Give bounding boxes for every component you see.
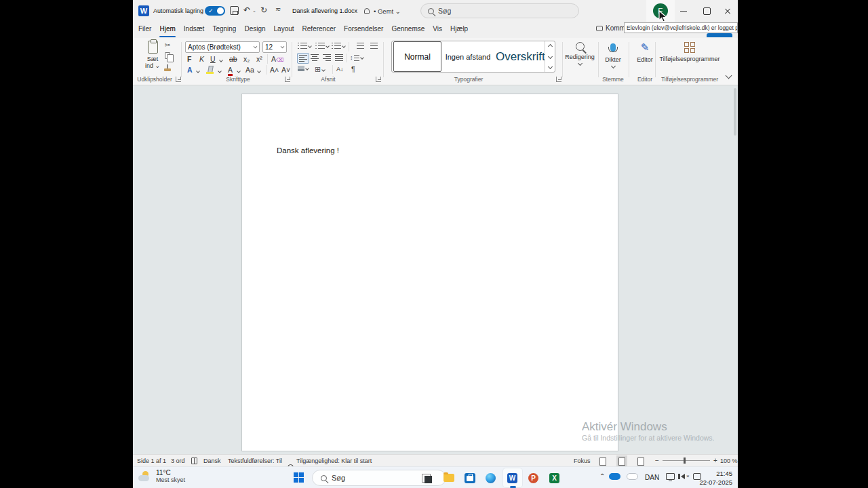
file-explorer-icon[interactable] xyxy=(442,471,456,485)
save-icon[interactable] xyxy=(230,6,239,15)
shading-icon[interactable] xyxy=(298,66,309,71)
tab-tegning[interactable]: Tegning xyxy=(208,22,240,38)
tab-gennemse[interactable]: Gennemse xyxy=(387,22,429,38)
text-effects-button[interactable]: A xyxy=(187,66,193,74)
zoom-out-icon[interactable]: − xyxy=(655,457,659,464)
sort-icon[interactable]: A↓ xyxy=(336,66,344,73)
font-color-dropdown-icon[interactable] xyxy=(237,69,241,73)
text-effects-dropdown-icon[interactable] xyxy=(196,69,200,73)
word-count[interactable]: 3 ord xyxy=(171,458,185,464)
underline-button[interactable]: U xyxy=(210,55,216,63)
zoom-level[interactable]: 100 % xyxy=(720,458,738,464)
document-title[interactable]: Dansk aflevering 1.docx xyxy=(292,7,357,14)
language-status[interactable]: Dansk xyxy=(203,458,221,464)
align-center-button[interactable] xyxy=(311,54,319,61)
font-dialog-launcher-icon[interactable] xyxy=(285,77,290,82)
accessibility-status[interactable]: Tilgængelighed: Klar til start xyxy=(296,458,372,464)
borders-icon[interactable]: ⊞ xyxy=(315,65,325,74)
tab-indsaet[interactable]: Indsæt xyxy=(180,22,209,38)
document-text[interactable]: Dansk aflevering ! xyxy=(277,146,339,155)
quick-access-menu-icon[interactable]: ≂ xyxy=(275,5,281,13)
edge-icon[interactable] xyxy=(484,471,498,485)
styles-down-icon[interactable] xyxy=(547,54,552,59)
underline-dropdown-icon[interactable] xyxy=(219,58,223,62)
tab-design[interactable]: Design xyxy=(240,22,269,38)
shrink-font-button[interactable]: A˅ xyxy=(281,66,290,74)
web-layout-icon[interactable] xyxy=(637,458,644,466)
display-icon[interactable] xyxy=(666,473,675,480)
tab-vis[interactable]: Vis xyxy=(429,22,446,38)
zoom-slider-track[interactable] xyxy=(663,460,710,461)
highlight-dropdown-icon[interactable] xyxy=(218,69,222,73)
maximize-button[interactable] xyxy=(696,0,717,22)
tab-forsendelser[interactable]: Forsendelser xyxy=(340,22,387,38)
change-case-dropdown-icon[interactable] xyxy=(257,69,261,73)
onedrive-icon[interactable] xyxy=(609,473,620,480)
italic-button[interactable]: K xyxy=(199,55,204,63)
align-left-button[interactable] xyxy=(297,53,309,64)
dictate-button[interactable]: Dikter xyxy=(599,42,627,68)
style-overskrift[interactable]: Overskrift xyxy=(494,41,545,72)
print-layout-icon[interactable] xyxy=(618,458,625,466)
microsoft-store-icon[interactable] xyxy=(463,471,477,485)
font-color-button[interactable]: A xyxy=(228,66,233,76)
justify-button[interactable] xyxy=(335,54,343,61)
subscript-button[interactable]: x₂ xyxy=(243,55,250,63)
proofing-icon[interactable] xyxy=(191,458,197,464)
styles-more-icon[interactable] xyxy=(547,64,552,69)
tab-referencer[interactable]: Referencer xyxy=(298,22,340,38)
decrease-indent-icon[interactable] xyxy=(357,43,364,49)
cloud-icon[interactable] xyxy=(627,473,638,480)
tab-filer[interactable]: Filer xyxy=(134,22,155,38)
speaker-icon[interactable] xyxy=(681,474,685,479)
weather-widget[interactable]: 11°C Mest skyet xyxy=(138,469,185,483)
collapse-ribbon-icon[interactable] xyxy=(726,73,732,79)
grow-font-button[interactable]: A˄ xyxy=(270,66,279,74)
excel-taskbar-icon[interactable]: X xyxy=(548,471,561,485)
share-button[interactable] xyxy=(707,33,732,37)
vertical-scrollbar[interactable] xyxy=(734,88,736,136)
clear-formatting-button[interactable]: A⌫ xyxy=(271,55,283,63)
cut-icon[interactable]: ✂ xyxy=(163,41,172,49)
clipboard-dialog-launcher-icon[interactable] xyxy=(176,77,181,82)
text-predictions-status[interactable]: Tekstfuldførelser: Til xyxy=(228,458,282,464)
align-right-button[interactable] xyxy=(323,54,331,61)
styles-gallery-arrows[interactable] xyxy=(545,41,555,72)
tab-layout[interactable]: Layout xyxy=(270,22,298,38)
highlight-button[interactable] xyxy=(206,66,214,75)
task-view-icon[interactable] xyxy=(420,471,434,485)
clock[interactable]: 21:45 22-07-2025 xyxy=(699,469,732,487)
read-mode-icon[interactable] xyxy=(599,458,606,466)
copy-icon[interactable] xyxy=(165,52,170,59)
editing-button[interactable]: Redigering xyxy=(563,42,597,65)
activity-icon[interactable] xyxy=(364,8,370,14)
change-case-button[interactable]: Aa xyxy=(245,66,254,74)
superscript-button[interactable]: x² xyxy=(256,55,262,63)
bullet-list-icon[interactable] xyxy=(298,43,311,49)
pilcrow-icon[interactable]: ¶ xyxy=(351,65,355,73)
font-size-select[interactable]: 12 xyxy=(262,41,287,53)
start-button[interactable] xyxy=(294,472,304,483)
zoom-in-icon[interactable]: + xyxy=(713,457,717,464)
tab-hjaelp[interactable]: Hjælp xyxy=(446,22,472,38)
undo-dropdown-icon[interactable]: ⌄ xyxy=(252,8,256,14)
styles-up-icon[interactable] xyxy=(547,44,552,49)
tab-hjem[interactable]: Hjem xyxy=(155,22,179,38)
increase-indent-icon[interactable] xyxy=(370,43,378,49)
undo-icon[interactable]: ↶ xyxy=(243,5,250,15)
redo-icon[interactable]: ↻ xyxy=(260,5,267,15)
focus-button[interactable]: Fokus xyxy=(574,458,591,464)
font-name-select[interactable]: Aptos (Brødtekst) xyxy=(185,41,260,53)
zoom-slider-thumb[interactable] xyxy=(684,458,686,464)
autosave-toggle[interactable]: ✓ xyxy=(205,6,225,16)
search-box[interactable]: Søg xyxy=(420,3,579,18)
styles-dialog-launcher-icon[interactable] xyxy=(556,77,561,82)
numbered-list-icon[interactable] xyxy=(315,43,329,49)
comments-button[interactable]: Komm xyxy=(596,24,625,32)
page-count[interactable]: Side 1 af 1 xyxy=(137,458,166,464)
close-button[interactable] xyxy=(717,0,738,22)
addins-button[interactable]: Tilføjelsesprogrammer xyxy=(656,42,723,62)
tray-chevron-icon[interactable]: ⌃ xyxy=(599,472,605,480)
powerpoint-taskbar-icon[interactable]: P xyxy=(527,471,540,485)
save-status[interactable]: • Gemt ⌄ xyxy=(374,7,401,15)
